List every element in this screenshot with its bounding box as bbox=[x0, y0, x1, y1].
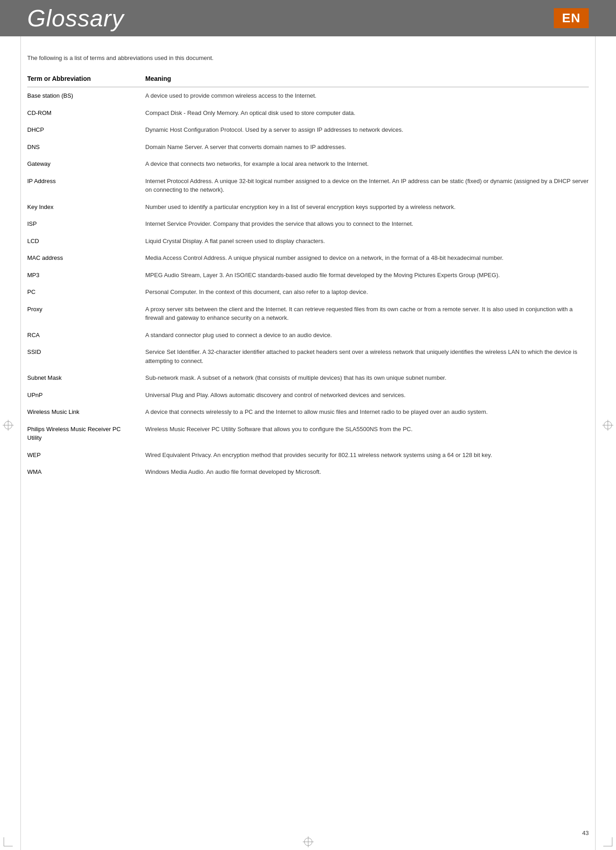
table-row: LCDLiquid Crystal Display. A flat panel … bbox=[27, 233, 589, 250]
term-cell: Key Index bbox=[27, 199, 145, 216]
crop-mark-bottom-left bbox=[4, 837, 13, 846]
table-row: ProxyA proxy server sits between the cli… bbox=[27, 301, 589, 327]
table-row: GatewayA device that connects two networ… bbox=[27, 155, 589, 173]
meaning-cell: Personal Computer. In the context of thi… bbox=[145, 283, 589, 301]
term-cell: Proxy bbox=[27, 301, 145, 327]
meaning-cell: Compact Disk - Read Only Memory. An opti… bbox=[145, 104, 589, 122]
term-cell: MAC address bbox=[27, 249, 145, 267]
meaning-cell: Media Access Control Address. A unique p… bbox=[145, 249, 589, 267]
table-row: Key IndexNumber used to identify a parti… bbox=[27, 199, 589, 216]
meaning-cell: Dynamic Host Configuration Protocol. Use… bbox=[145, 121, 589, 139]
table-row: RCAA standard connector plug used to con… bbox=[27, 327, 589, 344]
table-row: UPnPUniversal Plug and Play. Allows auto… bbox=[27, 387, 589, 404]
term-cell: PC bbox=[27, 283, 145, 301]
term-cell: WEP bbox=[27, 447, 145, 464]
meaning-cell: Domain Name Server. A server that conver… bbox=[145, 139, 589, 156]
meaning-cell: Windows Media Audio. An audio file forma… bbox=[145, 463, 589, 481]
crop-mark-bottom-right bbox=[603, 837, 612, 846]
col-term-header: Term or Abbreviation bbox=[27, 72, 145, 87]
table-row: CD-ROMCompact Disk - Read Only Memory. A… bbox=[27, 104, 589, 122]
table-row: WMAWindows Media Audio. An audio file fo… bbox=[27, 463, 589, 481]
header-bar: Glossary EN bbox=[0, 0, 616, 36]
table-row: ISPInternet Service Provider. Company th… bbox=[27, 215, 589, 233]
meaning-cell: Internet Service Provider. Company that … bbox=[145, 215, 589, 233]
term-cell: SSID bbox=[27, 343, 145, 369]
table-row: WEPWired Equivalent Privacy. An encrypti… bbox=[27, 447, 589, 464]
term-cell: Gateway bbox=[27, 155, 145, 173]
meaning-cell: A device used to provide common wireless… bbox=[145, 87, 589, 104]
term-cell: Base station (BS) bbox=[27, 87, 145, 104]
table-row: IP AddressInternet Protocol Address. A u… bbox=[27, 173, 589, 199]
meaning-cell: Liquid Crystal Display. A flat panel scr… bbox=[145, 233, 589, 250]
term-cell: LCD bbox=[27, 233, 145, 250]
term-cell: Wireless Music Link bbox=[27, 403, 145, 421]
meaning-cell: Internet Protocol Address. A unique 32-b… bbox=[145, 173, 589, 199]
term-cell: CD-ROM bbox=[27, 104, 145, 122]
lang-badge: EN bbox=[554, 8, 589, 28]
term-cell: IP Address bbox=[27, 173, 145, 199]
meaning-cell: A device that connects two networks, for… bbox=[145, 155, 589, 173]
term-cell: DHCP bbox=[27, 121, 145, 139]
page-title: Glossary bbox=[27, 5, 124, 32]
page-wrapper: SLA5500SN_Eng.qxd 13-04-2005 15:19 Pagin… bbox=[0, 0, 616, 850]
meaning-cell: Sub-network mask. A subset of a network … bbox=[145, 369, 589, 387]
table-row: DHCPDynamic Host Configuration Protocol.… bbox=[27, 121, 589, 139]
col-meaning-header: Meaning bbox=[145, 72, 589, 87]
meaning-cell: Wired Equivalent Privacy. An encryption … bbox=[145, 447, 589, 464]
table-row: DNSDomain Name Server. A server that con… bbox=[27, 139, 589, 156]
table-row: Wireless Music LinkA device that connect… bbox=[27, 403, 589, 421]
table-row: MAC addressMedia Access Control Address.… bbox=[27, 249, 589, 267]
glossary-table: Term or Abbreviation Meaning Base statio… bbox=[27, 72, 589, 481]
left-margin-line bbox=[20, 0, 21, 850]
reg-mark-left bbox=[3, 420, 14, 431]
reg-mark-bottom bbox=[303, 836, 314, 847]
meaning-cell: Number used to identify a particular enc… bbox=[145, 199, 589, 216]
term-cell: Philips Wireless Music Receiver PC Utili… bbox=[27, 421, 145, 447]
reg-mark-right bbox=[602, 420, 613, 431]
table-row: Philips Wireless Music Receiver PC Utili… bbox=[27, 421, 589, 447]
meaning-cell: A standard connector plug used to connec… bbox=[145, 327, 589, 344]
meaning-cell: Universal Plug and Play. Allows automati… bbox=[145, 387, 589, 404]
page-number: 43 bbox=[582, 830, 589, 836]
term-cell: UPnP bbox=[27, 387, 145, 404]
right-margin-line bbox=[595, 0, 596, 850]
content-area: The following is a list of terms and abb… bbox=[0, 36, 616, 508]
term-cell: Subnet Mask bbox=[27, 369, 145, 387]
term-cell: MP3 bbox=[27, 267, 145, 284]
term-cell: WMA bbox=[27, 463, 145, 481]
meaning-cell: Service Set Identifier. A 32-character i… bbox=[145, 343, 589, 369]
intro-text: The following is a list of terms and abb… bbox=[27, 55, 589, 61]
table-row: MP3MPEG Audio Stream, Layer 3. An ISO/IE… bbox=[27, 267, 589, 284]
table-row: SSIDService Set Identifier. A 32-charact… bbox=[27, 343, 589, 369]
meaning-cell: MPEG Audio Stream, Layer 3. An ISO/IEC s… bbox=[145, 267, 589, 284]
table-row: Subnet MaskSub-network mask. A subset of… bbox=[27, 369, 589, 387]
meaning-cell: A device that connects wirelessly to a P… bbox=[145, 403, 589, 421]
term-cell: RCA bbox=[27, 327, 145, 344]
term-cell: ISP bbox=[27, 215, 145, 233]
table-row: Base station (BS)A device used to provid… bbox=[27, 87, 589, 104]
meaning-cell: A proxy server sits between the client a… bbox=[145, 301, 589, 327]
meaning-cell: Wireless Music Receiver PC Utility Softw… bbox=[145, 421, 589, 447]
term-cell: DNS bbox=[27, 139, 145, 156]
table-row: PCPersonal Computer. In the context of t… bbox=[27, 283, 589, 301]
